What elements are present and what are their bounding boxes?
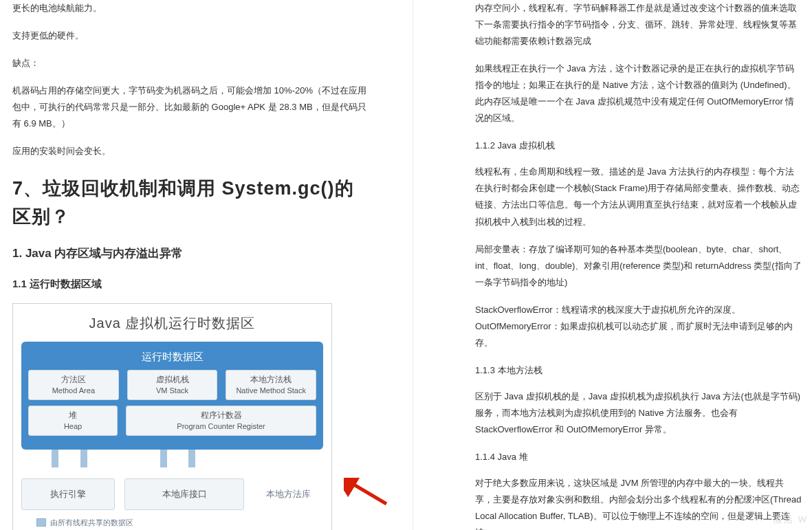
native-lib-label: 本地方法库 (254, 486, 323, 503)
diagram-arrows (21, 450, 323, 469)
vm-stack-cell: 虚拟机栈 VM Stack (127, 370, 218, 400)
native-method-stack-cell: 本地方法栈 Native Method Stack (226, 370, 316, 400)
label: 虚拟机栈 (131, 375, 215, 386)
para: 机器码占用的存储空间更大，字节码变为机器码之后，可能会增加 10%-20%（不过… (12, 82, 371, 132)
watermark-text: 激活 W (773, 514, 808, 526)
para: 局部变量表：存放了编译期可知的各种基本类型(boolean、byte、char、… (475, 241, 802, 291)
legend-swatch-shared (36, 518, 46, 527)
pc-register-cell: 程序计数器 Program Counter Register (126, 406, 316, 436)
label: Heap (32, 421, 114, 431)
execution-engine-cell: 执行引擎 (21, 478, 115, 510)
native-interface-cell: 本地库接口 (124, 478, 244, 510)
heading-7: 7、垃圾回收机制和调用 System.gc()的区别？ (12, 175, 371, 230)
label: 本地方法栈 (229, 375, 313, 386)
label: VM Stack (131, 386, 215, 395)
svg-line-0 (349, 482, 386, 504)
right-column: 内存空间小，线程私有。字节码解释器工作是就是通过改变这个计数器的值来选取下一条需… (413, 0, 812, 530)
para: 线程私有，生命周期和线程一致。描述的是 Java 方法执行的内存模型：每个方法在… (475, 164, 802, 230)
para: StackOverflowError：线程请求的栈深度大于虚拟机所允许的深度。 … (475, 302, 802, 351)
legend-text: 由所有线程共享的数据区 (50, 516, 133, 529)
para: 更长的电池续航能力。 (12, 0, 371, 16)
label: Method Area (32, 386, 116, 395)
method-area-cell: 方法区 Method Area (28, 370, 119, 400)
subhead-1-1-4: 1.1.4 Java 堆 (475, 449, 802, 465)
para: 应用的安装时间会变长。 (12, 143, 371, 159)
heap-cell: 堆 Heap (28, 406, 118, 436)
para: 对于绝大多数应用来说，这块区域是 JVM 所管理的内存中最大的一块。线程共享，主… (475, 475, 802, 530)
label: 程序计数器 (129, 410, 313, 421)
annotation-arrow-icon (344, 478, 388, 505)
label: Native Method Stack (229, 386, 313, 395)
heading-1-1: 1.1 运行时数据区域 (12, 274, 371, 294)
jvm-runtime-diagram: Java 虚拟机运行时数据区 运行时数据区 方法区 Method Area 虚拟… (12, 303, 332, 530)
para: 如果线程正在执行一个 Java 方法，这个计数器记录的是正在执行的虚拟机字节码指… (475, 60, 802, 126)
diagram-title: Java 虚拟机运行时数据区 (21, 311, 323, 336)
diagram-legend: 由所有线程共享的数据区 线程隔离的数据区 (21, 516, 323, 530)
label: 方法区 (32, 375, 116, 386)
para: 内存空间小，线程私有。字节码解释器工作是就是通过改变这个计数器的值来选取下一条需… (475, 0, 802, 49)
runtime-label: 运行时数据区 (28, 347, 316, 366)
para: 支持更低的硬件。 (12, 27, 371, 44)
heading-1: 1. Java 内存区域与内存溢出异常 (12, 243, 371, 264)
label: 堆 (32, 410, 114, 421)
para: 缺点： (12, 55, 371, 71)
subhead-1-1-2: 1.1.2 Java 虚拟机栈 (475, 137, 802, 154)
subhead-1-1-3: 1.1.3 本地方法栈 (475, 362, 802, 379)
runtime-data-area: 运行时数据区 方法区 Method Area 虚拟机栈 VM Stack 本地方… (21, 342, 323, 450)
para: 区别于 Java 虚拟机栈的是，Java 虚拟机栈为虚拟机执行 Java 方法(… (475, 388, 802, 438)
label: Program Counter Register (129, 421, 313, 431)
left-column: 更长的电池续航能力。 支持更低的硬件。 缺点： 机器码占用的存储空间更大，字节码… (0, 0, 399, 530)
